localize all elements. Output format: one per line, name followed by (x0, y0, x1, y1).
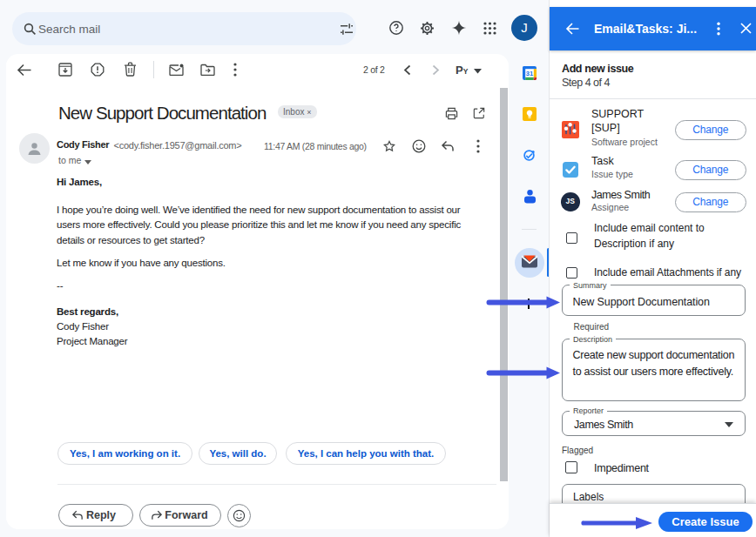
svg-text:31: 31 (526, 70, 533, 77)
